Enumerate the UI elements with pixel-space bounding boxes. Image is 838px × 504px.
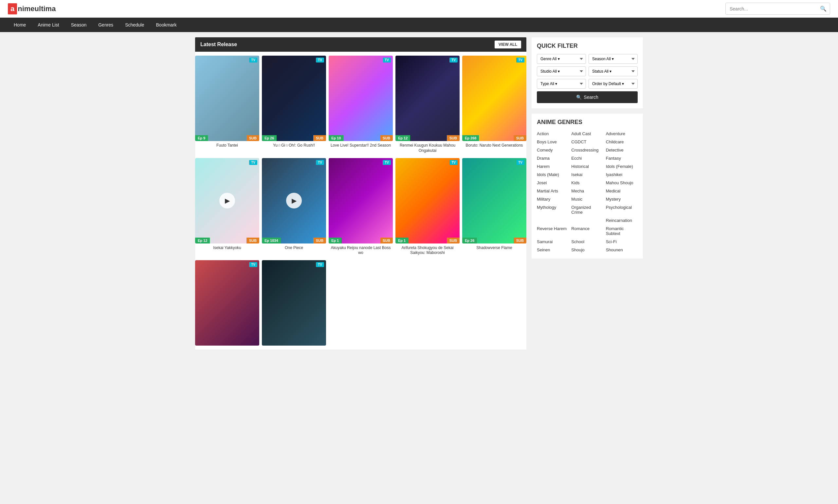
nav-bookmark[interactable]: Bookmark <box>150 18 183 32</box>
sub-badge: SUB <box>247 238 259 244</box>
genre-item[interactable]: Iyashikei <box>606 171 638 178</box>
studio-filter[interactable]: Studio All ▾ <box>537 67 586 76</box>
anime-image <box>195 260 259 346</box>
nav-genres[interactable]: Genres <box>92 18 119 32</box>
genre-item[interactable]: Fantasy <box>606 155 638 162</box>
filter-row-1: Genre All ▾ Season All ▾ <box>537 54 638 64</box>
anime-card[interactable]: TVEp 1SUB <box>395 158 460 244</box>
nav-anime-list[interactable]: Anime List <box>32 18 65 32</box>
search-box[interactable]: 🔍 <box>725 3 830 15</box>
anime-card[interactable]: TV <box>195 260 259 346</box>
anime-card[interactable]: TV <box>262 260 326 346</box>
sub-badge: SUB <box>380 238 393 244</box>
genre-item[interactable]: Sci-Fi <box>606 238 638 245</box>
type-badge: TV <box>516 160 524 165</box>
type-badge: TV <box>383 160 391 165</box>
genre-item[interactable]: Romance <box>571 225 603 237</box>
genre-item[interactable]: Boys Love <box>537 139 569 145</box>
filter-search-button[interactable]: 🔍 Search <box>537 91 638 103</box>
anime-card[interactable]: TVEp 1SUB <box>329 158 393 244</box>
card-bottom: Ep 26SUB <box>262 135 326 141</box>
genre-item[interactable]: Adventure <box>606 130 638 137</box>
genre-item[interactable]: Seinen <box>537 247 569 253</box>
anime-card[interactable]: TV▶Ep 12SUB <box>195 158 259 244</box>
genre-filter[interactable]: Genre All ▾ <box>537 54 586 64</box>
genre-item[interactable]: Psychological <box>606 204 638 216</box>
search-icon-button[interactable]: 🔍 <box>817 3 830 14</box>
order-filter[interactable]: Order by Default ▾ <box>589 79 638 89</box>
search-input[interactable] <box>726 4 817 14</box>
genre-item[interactable]: Harem <box>537 163 569 170</box>
genre-item[interactable]: Kids <box>571 179 603 186</box>
season-filter[interactable]: Season All ▾ <box>589 54 638 64</box>
genre-item[interactable]: Music <box>571 196 603 202</box>
sub-badge: SUB <box>447 238 460 244</box>
anime-card[interactable]: TVEp 9SUB <box>195 56 259 141</box>
section-header: Latest Release VIEW ALL <box>195 37 527 52</box>
anime-title: Akuyaku Reijou nanode Last Boss wo <box>329 244 393 257</box>
genre-item[interactable]: Josei <box>537 179 569 186</box>
genre-item[interactable]: Childcare <box>606 139 638 145</box>
genre-item[interactable]: CGDCT <box>571 139 603 145</box>
anime-card[interactable]: TVEp 12SUB <box>395 56 460 141</box>
genre-item[interactable]: Mecha <box>571 187 603 194</box>
type-badge: TV <box>249 262 257 267</box>
genre-item[interactable]: Crossdressing <box>571 147 603 154</box>
genre-item[interactable]: School <box>571 238 603 245</box>
anime-card[interactable]: TVEp 10SUB <box>329 56 393 141</box>
genre-item[interactable]: Idols (Male) <box>537 171 569 178</box>
genre-item[interactable]: Organized Crime <box>571 204 603 216</box>
anime-card[interactable]: TV▶Ep 1034SUB <box>262 158 326 244</box>
genre-item[interactable]: Reincarnation <box>606 217 638 224</box>
play-overlay[interactable]: ▶ <box>286 193 302 209</box>
genre-item[interactable]: Idols (Female) <box>606 163 638 170</box>
genre-item[interactable]: Drama <box>537 155 569 162</box>
genre-item[interactable]: Mythology <box>537 204 569 216</box>
anime-card[interactable]: TVEp 268SUB <box>462 56 527 141</box>
genre-item[interactable]: Shoujo <box>571 247 603 253</box>
anime-title: Love Live! Superstar!! 2nd Season <box>329 141 393 150</box>
card-bottom: Ep 1SUB <box>329 238 393 244</box>
anime-card[interactable]: TVEp 26SUB <box>262 56 326 141</box>
anime-image <box>195 56 259 141</box>
ep-badge: Ep 10 <box>329 135 343 141</box>
genre-item[interactable]: Detective <box>606 147 638 154</box>
genre-item[interactable]: Ecchi <box>571 155 603 162</box>
genre-item[interactable]: Romantic Subtext <box>606 225 638 237</box>
sub-badge: SUB <box>380 135 393 141</box>
view-all-button[interactable]: VIEW ALL <box>495 40 521 49</box>
genre-item[interactable]: Shounen <box>606 247 638 253</box>
genre-item[interactable]: Martial Arts <box>537 187 569 194</box>
anime-card[interactable]: TVEp 26SUB <box>462 158 527 244</box>
nav-season[interactable]: Season <box>65 18 92 32</box>
play-overlay[interactable]: ▶ <box>219 193 235 209</box>
genre-item[interactable]: Comedy <box>537 147 569 154</box>
ep-badge: Ep 1034 <box>262 238 281 244</box>
genre-item[interactable]: Medical <box>606 187 638 194</box>
ep-badge: Ep 1 <box>329 238 341 244</box>
genre-item[interactable]: Adult Cast <box>571 130 603 137</box>
search-icon: 🔍 <box>576 94 582 100</box>
nav-home[interactable]: Home <box>8 18 32 32</box>
genre-item[interactable]: Historical <box>571 163 603 170</box>
genre-item[interactable]: Mystery <box>606 196 638 202</box>
anime-card-wrapper: TVEp 1SUBAkuyaku Reijou nanode Last Boss… <box>329 158 393 258</box>
type-filter[interactable]: Type All ▾ <box>537 79 586 89</box>
logo[interactable]: a nimeultima <box>8 3 56 14</box>
genres-title: ANIME GENRES <box>537 119 638 126</box>
genre-item[interactable]: Military <box>537 196 569 202</box>
genre-item[interactable]: Action <box>537 130 569 137</box>
quick-filter-title: QUICK FILTER <box>537 42 638 50</box>
content-area: Latest Release VIEW ALL TVEp 9SUBFuuto T… <box>195 37 527 349</box>
anime-title: One Piece <box>262 244 326 253</box>
genre-item[interactable]: Samurai <box>537 238 569 245</box>
ep-badge: Ep 9 <box>195 135 208 141</box>
card-bottom: Ep 10SUB <box>329 135 393 141</box>
genre-item[interactable]: Isekai <box>571 171 603 178</box>
anime-title: Arifureta Shokugyou de Sekai Saikyou: Ma… <box>395 244 460 257</box>
genre-item[interactable]: Reverse Harem <box>537 225 569 237</box>
ep-badge: Ep 12 <box>195 238 210 244</box>
status-filter[interactable]: Status All ▾ <box>589 67 638 76</box>
genre-item[interactable]: Mahou Shoujo <box>606 179 638 186</box>
nav-schedule[interactable]: Schedule <box>119 18 150 32</box>
